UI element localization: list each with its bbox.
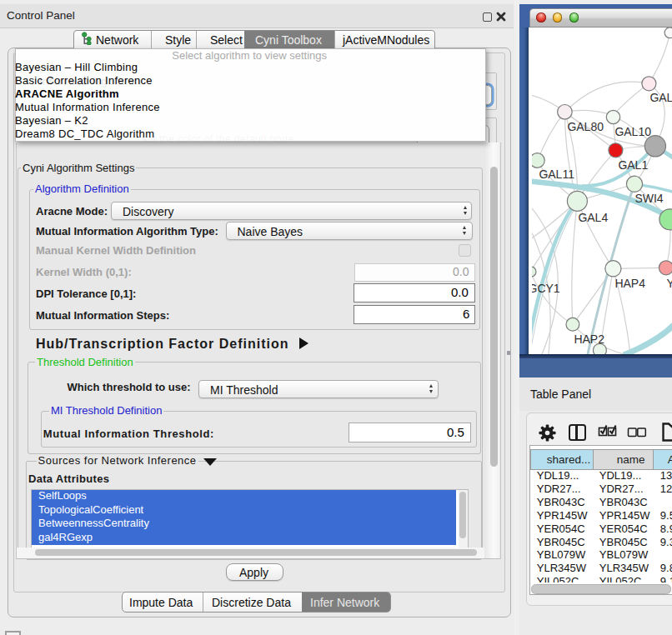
svg-text:GCY1: GCY1 xyxy=(532,281,560,294)
svg-text:GAL11: GAL11 xyxy=(539,168,574,181)
svg-text:GAL1: GAL1 xyxy=(618,158,648,172)
svg-text:SWI4: SWI4 xyxy=(634,192,663,205)
svg-text:GAL4: GAL4 xyxy=(578,211,608,224)
svg-text:YEL0: YEL0 xyxy=(666,277,672,290)
svg-text:GAL10: GAL10 xyxy=(614,124,651,138)
svg-text:GAL7: GAL7 xyxy=(649,91,672,104)
svg-text:HAP4: HAP4 xyxy=(614,277,645,290)
svg-text:HAP2: HAP2 xyxy=(574,332,604,346)
svg-text:GAL80: GAL80 xyxy=(567,119,604,132)
